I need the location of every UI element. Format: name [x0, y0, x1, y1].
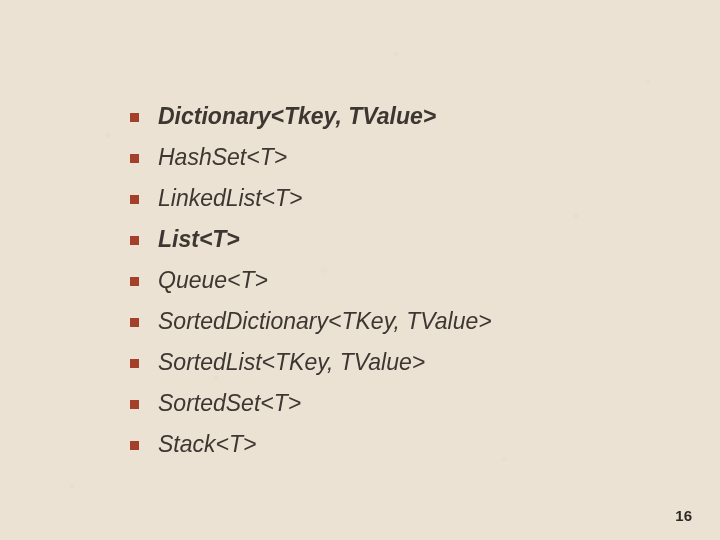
list-item: HashSet<T> — [130, 137, 720, 178]
list-item: Dictionary<Tkey, TValue> — [130, 96, 720, 137]
list-item: SortedSet<T> — [130, 383, 720, 424]
list-item-text: SortedList<TKey, TValue> — [158, 349, 425, 375]
list-item-text: Queue<T> — [158, 267, 268, 293]
collections-list: Dictionary<Tkey, TValue> HashSet<T> Link… — [130, 96, 720, 465]
list-item-text: Stack<T> — [158, 431, 256, 457]
list-item: List<T> — [130, 219, 720, 260]
list-item-text: Dictionary<Tkey, TValue> — [158, 103, 436, 129]
list-item-text: SortedSet<T> — [158, 390, 301, 416]
list-item: Queue<T> — [130, 260, 720, 301]
list-item: LinkedList<T> — [130, 178, 720, 219]
list-item: Stack<T> — [130, 424, 720, 465]
page-number: 16 — [675, 507, 692, 524]
list-item-text: LinkedList<T> — [158, 185, 302, 211]
list-item: SortedDictionary<TKey, TValue> — [130, 301, 720, 342]
list-item-text: List<T> — [158, 226, 240, 252]
list-item: SortedList<TKey, TValue> — [130, 342, 720, 383]
list-item-text: HashSet<T> — [158, 144, 287, 170]
list-item-text: SortedDictionary<TKey, TValue> — [158, 308, 492, 334]
slide-content: Dictionary<Tkey, TValue> HashSet<T> Link… — [0, 0, 720, 465]
